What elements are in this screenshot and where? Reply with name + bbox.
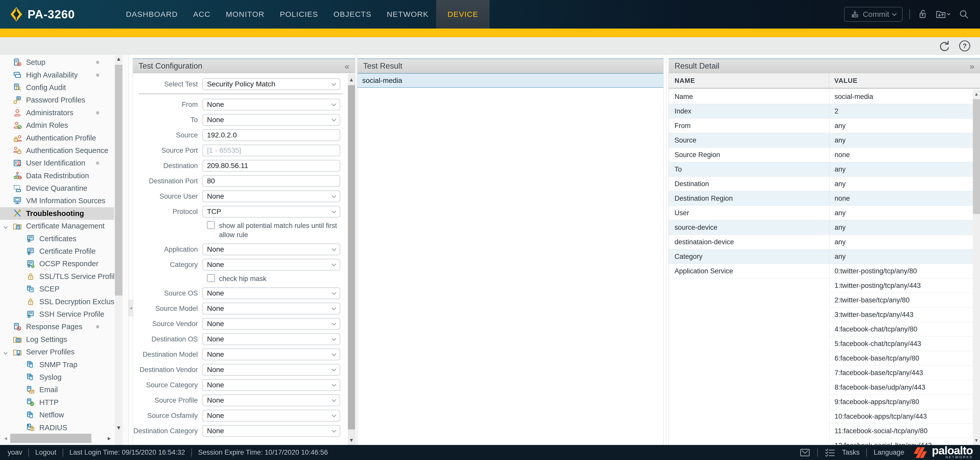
unlock-icon[interactable] [917,8,928,20]
sidebar-vscroll-thumb[interactable] [115,65,123,295]
sidebar-item-server-profiles[interactable]: Server Profiles [0,346,114,358]
source-port-input[interactable] [202,144,340,156]
source-category-dropdown[interactable]: None [202,379,340,391]
commit-button[interactable]: Commit [844,7,903,22]
destination-input[interactable] [202,160,340,171]
nav-tab-objects[interactable]: OBJECTS [326,0,379,29]
sidebar-item-snmp-trap[interactable]: SNMP Trap [0,358,114,371]
text-input[interactable] [207,162,336,170]
detail-name-cell: Source Region [669,148,829,162]
search-icon[interactable] [958,8,970,20]
sidebar-scroll-right-arrow[interactable]: ► [105,434,113,443]
sidebar-item-ssl-decryption-exclusion[interactable]: SSL Decryption Exclusion [0,295,114,308]
table-row: 7:facebook-base/tcp/any/443 [669,366,973,380]
sidebar-item-administrators[interactable]: Administrators [0,106,114,119]
sidebar-item-password-profiles[interactable]: Password Profiles [0,94,114,106]
sidebar-item-authentication-profile[interactable]: Authentication Profile [0,132,114,144]
destination-category-dropdown[interactable]: None [202,425,340,437]
sidebar-item-netflow[interactable]: Netflow [0,409,114,421]
source-vendor-dropdown[interactable]: None [202,318,340,330]
source-model-dropdown[interactable]: None [202,303,340,314]
nav-tab-acc[interactable]: ACC [186,0,218,29]
sidebar-item-certificate-profile[interactable]: Certificate Profile [0,245,114,257]
sidebar-item-ocsp-responder[interactable]: OCSP Responder [0,257,114,270]
sidebar-scroll-left-arrow[interactable]: ◄ [2,434,10,443]
destination-model-dropdown[interactable]: None [202,349,340,360]
text-input[interactable] [207,177,336,185]
text-input[interactable] [207,146,336,154]
certificate-management-icon [13,222,22,231]
checkbox-unchecked[interactable] [207,221,215,229]
sidebar-item-radius[interactable]: RADIUS [0,421,114,434]
sidebar-item-high-availability[interactable]: High Availability [0,68,114,81]
detail-scroll-up-arrow[interactable]: ▲ [973,90,980,98]
sidebar-hscroll-thumb[interactable] [10,434,91,443]
sidebar-item-troubleshooting[interactable]: Troubleshooting [0,207,114,220]
sidebar-item-authentication-sequence[interactable]: Authentication Sequence [0,144,114,157]
text-input[interactable] [207,131,336,139]
sidebar-item-device-quarantine[interactable]: Device Quarantine [0,182,114,195]
destination-vendor-dropdown[interactable]: None [202,364,340,376]
sidebar-item-config-audit[interactable]: Config Audit [0,81,114,94]
source-os-dropdown[interactable]: None [202,287,340,299]
destination-os-dropdown[interactable]: None [202,333,340,345]
sidebar-item-data-redistribution[interactable]: Data Redistribution [0,170,114,182]
to-dropdown[interactable]: None [202,114,340,126]
sidebar-item-syslog[interactable]: Syslog [0,371,114,384]
destination-port-input[interactable] [202,175,340,187]
nav-tab-policies[interactable]: POLICIES [272,0,326,29]
checkbox-unchecked[interactable] [207,274,215,282]
source-osfamily-dropdown[interactable]: None [202,410,340,422]
chevron-down-icon[interactable] [3,349,8,354]
category-dropdown[interactable]: None [202,259,340,271]
help-icon[interactable]: ? [958,39,971,52]
source-user-dropdown[interactable]: None [202,190,340,202]
test-result-row[interactable]: social-media [358,73,663,88]
collapse-panel-icon[interactable]: « [345,61,349,71]
logout-link[interactable]: Logout [35,449,56,457]
chevron-down-icon[interactable] [3,224,8,228]
sidebar-item-http[interactable]: HTTP [0,396,114,409]
config-vscroll-thumb[interactable] [348,85,355,430]
expand-panel-icon[interactable]: » [969,61,974,71]
sidebar-item-user-identification[interactable]: User Identification [0,157,114,169]
sidebar-item-ssh-service-profile[interactable]: SSH Service Profile [0,308,114,320]
sidebar-scroll-up-arrow[interactable]: ▲ [115,55,123,63]
protocol-dropdown[interactable]: TCP [202,206,340,217]
sidebar-item-ssl-tls-service-profile[interactable]: SSL/TLS Service Profile [0,270,114,283]
select-test-dropdown[interactable]: Security Policy Match [202,78,340,90]
tasks-icon[interactable] [824,448,835,457]
sidebar-item-response-pages[interactable]: Response Pages [0,320,114,333]
source-profile-dropdown[interactable]: None [202,395,340,406]
nav-tab-dashboard[interactable]: DASHBOARD [118,0,186,29]
source-input[interactable] [202,129,340,141]
sidebar-collapse-handle[interactable]: ◄ [129,300,133,316]
sidebar-item-certificate-management[interactable]: Certificate Management [0,220,114,232]
language-label[interactable]: Language [873,449,904,457]
from-dropdown[interactable]: None [202,99,340,110]
sidebar-item-setup[interactable]: Setup [0,56,114,68]
nav-tab-device[interactable]: DEVICE [436,0,490,29]
detail-scroll-down-arrow[interactable]: ▼ [973,437,980,444]
sidebar-item-log-settings[interactable]: Log Settings [0,333,114,346]
sidebar-scroll-down-arrow[interactable]: ▼ [115,424,123,432]
snmp-trap-icon [26,360,35,369]
nav-tab-network[interactable]: NETWORK [379,0,436,29]
field-label: Application [133,244,202,255]
messages-icon[interactable] [799,447,811,458]
nav-tab-monitor[interactable]: MONITOR [218,0,272,29]
detail-vscroll-thumb[interactable] [973,99,980,214]
config-scroll-up-arrow[interactable]: ▲ [348,76,355,83]
pane-splitter[interactable] [356,55,356,445]
config-scroll-down-arrow[interactable]: ▼ [348,436,355,444]
sidebar-item-email[interactable]: Email [0,384,114,396]
application-dropdown[interactable]: None [202,244,340,255]
sidebar-item-vm-information-sources[interactable]: VM Information Sources [0,195,114,207]
tasks-label[interactable]: Tasks [842,449,859,457]
config-transfer-icon[interactable] [935,8,951,20]
sidebar-item-scep[interactable]: SCEP [0,283,114,295]
pane-splitter[interactable] [666,55,667,445]
sidebar-item-certificates[interactable]: Certificates [0,232,114,245]
refresh-icon[interactable] [938,39,951,52]
sidebar-item-admin-roles[interactable]: Admin Roles [0,119,114,132]
